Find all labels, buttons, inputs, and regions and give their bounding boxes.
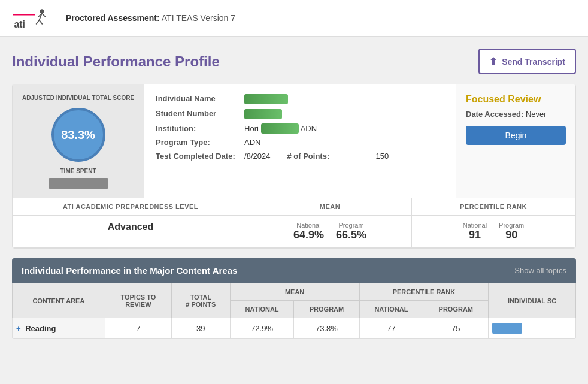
program-type-row: Program Type: ADN xyxy=(156,138,444,147)
time-bar xyxy=(49,178,108,189)
th-individual-score: Individual Sc xyxy=(489,283,576,318)
top-bar: ati Proctored Assessment: ATI TEAS Versi… xyxy=(0,0,588,37)
prep-mean-col: National 64.9% Program 66.5% xyxy=(248,216,412,247)
reading-score-bar xyxy=(492,323,522,334)
begin-button[interactable]: Begin xyxy=(466,126,566,145)
student-number-value: ██████ xyxy=(244,109,282,119)
reading-program-percentile: 75 xyxy=(423,318,489,339)
institution-value: Hori ██████ ADN xyxy=(244,124,317,133)
national-mean-item: National 64.9% xyxy=(293,222,324,241)
date-accessed-row: Date Accessed: Never xyxy=(466,110,566,119)
test-completed-label: Test Completed Date: xyxy=(156,152,240,161)
table-row: + Reading 7 39 72.9% 73.8% 77 75 xyxy=(13,318,576,339)
prep-level-value: Advanced xyxy=(13,216,248,247)
date-accessed-value: Never xyxy=(526,110,547,119)
assessment-value: ATI TEAS Version 7 xyxy=(162,13,235,23)
reading-content-area: + Reading xyxy=(13,318,105,339)
focused-review-panel: Focused Review Date Accessed: Never Begi… xyxy=(456,84,575,198)
student-number-row: Student Number ██████ xyxy=(156,109,444,119)
institution-row: Institution: Hori ██████ ADN xyxy=(156,124,444,133)
main-content: Individual Performance Profile ⬆ Send Tr… xyxy=(0,37,588,351)
adjusted-score-label: ADJUSTED INDIVIDUAL TOTAL SCORE xyxy=(22,94,134,102)
prep-percentile-col: National 91 Program 90 xyxy=(412,216,575,247)
preparedness-section: ATI ACADEMIC PREPAREDNESS LEVEL MEAN PER… xyxy=(13,198,575,248)
institution-label: Institution: xyxy=(156,124,240,133)
reading-national-mean: 72.9% xyxy=(230,318,294,339)
program-percentile-item: Program 90 xyxy=(499,222,524,241)
th-content-area: Content Area xyxy=(13,283,105,318)
ati-logo: ati xyxy=(12,6,54,30)
score-circle: 83.3% xyxy=(51,108,105,162)
focused-review-title: Focused Review xyxy=(466,94,566,105)
student-info-panel: Individual Name ███████ Student Number █… xyxy=(144,84,456,198)
th-program-mean: Program xyxy=(294,301,359,318)
performance-section-title: Individual Performance in the Major Cont… xyxy=(22,265,237,276)
prep-header-row: ATI ACADEMIC PREPAREDNESS LEVEL MEAN PER… xyxy=(13,198,575,216)
th-topics-to-review: Topics toReview xyxy=(105,283,171,318)
national-percentile-item: National 91 xyxy=(463,222,487,241)
svg-point-0 xyxy=(40,9,44,13)
name-row: Individual Name ███████ xyxy=(156,94,444,104)
reading-national-percentile: 77 xyxy=(359,318,423,339)
logo-area: ati xyxy=(12,6,54,30)
reading-topics: 7 xyxy=(105,318,171,339)
program-type-value: ADN xyxy=(244,138,260,147)
th-percentile-group: PERCENTILE RANK xyxy=(359,283,489,301)
prep-col-mean: MEAN xyxy=(248,198,412,215)
name-label: Individual Name xyxy=(156,94,240,104)
svg-text:ati: ati xyxy=(14,19,25,29)
score-value: 83.3% xyxy=(61,128,95,142)
score-section: ADJUSTED INDIVIDUAL TOTAL SCORE 83.3% TI… xyxy=(12,84,576,249)
th-national-percentile: National xyxy=(359,301,423,318)
svg-line-2 xyxy=(36,20,39,25)
reading-total-points: 39 xyxy=(171,318,230,339)
performance-header: Individual Performance in the Major Cont… xyxy=(12,258,576,283)
th-national-mean: National xyxy=(230,301,294,318)
name-value: ███████ xyxy=(244,94,287,104)
reading-individual-score xyxy=(489,318,576,339)
upload-icon: ⬆ xyxy=(489,56,497,67)
reading-program-mean: 73.8% xyxy=(294,318,359,339)
program-type-label: Program Type: xyxy=(156,138,240,147)
expand-icon[interactable]: + xyxy=(16,324,21,333)
prep-col-level: ATI ACADEMIC PREPAREDNESS LEVEL xyxy=(13,198,248,215)
prep-data-row: Advanced National 64.9% Program 66.5% xyxy=(13,216,575,247)
date-accessed-label: Date Accessed: xyxy=(466,110,523,119)
th-total-points: Total# Points xyxy=(171,283,230,318)
assessment-label: Proctored Assessment: xyxy=(66,13,160,23)
table-header-row: Content Area Topics toReview Total# Poin… xyxy=(13,283,576,301)
points-value: 150 xyxy=(375,152,389,161)
assessment-info: Proctored Assessment: ATI TEAS Version 7 xyxy=(66,13,235,23)
prep-col-percentile: PERCENTILE RANK xyxy=(412,198,575,215)
performance-section: Individual Performance in the Major Cont… xyxy=(12,258,576,339)
test-completed-value: /8/2024 xyxy=(244,152,270,161)
profile-header: Individual Performance Profile ⬆ Send Tr… xyxy=(12,49,576,74)
th-mean-group: MEAN xyxy=(230,283,359,301)
score-card-row: ADJUSTED INDIVIDUAL TOTAL SCORE 83.3% TI… xyxy=(13,84,575,198)
points-label: # of Points: xyxy=(287,152,371,161)
time-spent-label: TIME SPENT xyxy=(60,168,96,174)
student-number-label: Student Number xyxy=(156,109,240,119)
show-all-topics-link[interactable]: Show all topics xyxy=(514,266,566,275)
page-title: Individual Performance Profile xyxy=(12,53,220,70)
send-transcript-button[interactable]: ⬆ Send Transcript xyxy=(478,49,576,74)
th-program-percentile: Program xyxy=(423,301,489,318)
score-left-panel: ADJUSTED INDIVIDUAL TOTAL SCORE 83.3% TI… xyxy=(13,84,144,198)
svg-line-5 xyxy=(42,13,46,17)
test-date-row: Test Completed Date: /8/2024 # of Points… xyxy=(156,152,444,161)
svg-line-3 xyxy=(40,20,43,25)
performance-table: Content Area Topics toReview Total# Poin… xyxy=(12,283,576,339)
program-mean-item: Program 66.5% xyxy=(336,222,366,241)
